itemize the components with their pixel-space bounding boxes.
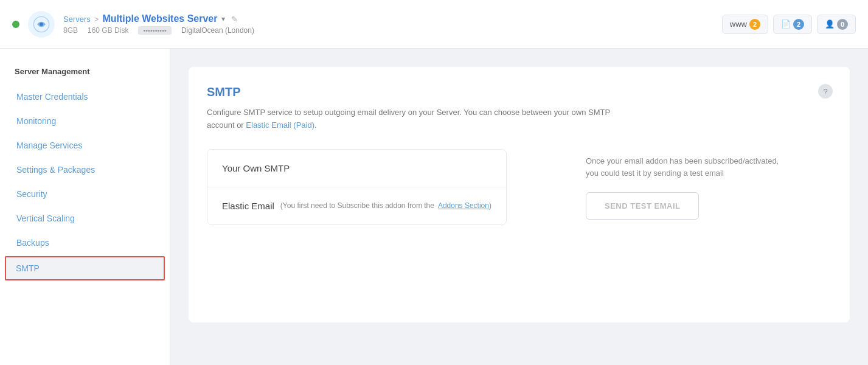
smtp-title: SMTP xyxy=(207,85,832,99)
svg-point-1 xyxy=(40,23,43,26)
server-ip: •••••••••• xyxy=(138,26,172,35)
sidebar-item-smtp[interactable]: SMTP xyxy=(5,256,165,280)
sidebar-item-master-credentials[interactable]: Master Credentials xyxy=(0,85,170,109)
elastic-email-option-note: (You first need to Subscribe this addon … xyxy=(280,201,491,210)
server-meta: 8GB 160 GB Disk •••••••••• DigitalOcean … xyxy=(63,26,722,35)
smtp-options-box: Your Own SMTP Elastic Email (You firs xyxy=(207,149,507,225)
layout: Server Management Master Credentials Mon… xyxy=(0,49,868,365)
sidebar-section-title: Server Management xyxy=(0,61,170,85)
server-disk: 160 GB Disk xyxy=(88,26,128,35)
help-icon[interactable]: ? xyxy=(818,84,833,99)
files-badge-button[interactable]: 📄 2 xyxy=(773,15,812,34)
elastic-email-link[interactable]: Elastic Email (Paid) xyxy=(246,120,314,130)
www-count-badge: 2 xyxy=(749,19,760,30)
smtp-option-your-own[interactable]: Your Own SMTP xyxy=(207,150,506,187)
sidebar-item-monitoring[interactable]: Monitoring xyxy=(0,109,170,133)
server-logo xyxy=(28,11,55,38)
sidebar-item-backups[interactable]: Backups xyxy=(0,231,170,255)
sidebar-item-security[interactable]: Security xyxy=(0,182,170,206)
servers-link[interactable]: Servers xyxy=(63,15,91,24)
test-email-section: Once your email addon has been subscribe… xyxy=(586,149,832,220)
files-count-badge: 2 xyxy=(793,19,804,30)
your-own-smtp-label: Your Own SMTP xyxy=(222,163,290,173)
addons-section-link[interactable]: Addons Section xyxy=(438,201,489,210)
server-status-dot xyxy=(12,21,19,28)
server-provider: DigitalOcean (London) xyxy=(181,26,254,35)
sidebar-item-vertical-scaling[interactable]: Vertical Scaling xyxy=(0,206,170,231)
test-email-description: Once your email addon has been subscribe… xyxy=(586,155,793,181)
content-card: ? SMTP Configure SMTP service to setup o… xyxy=(189,67,850,322)
send-test-email-button[interactable]: SEND TEST EMAIL xyxy=(586,192,700,220)
server-ram: 8GB xyxy=(63,26,78,35)
sidebar-item-manage-services[interactable]: Manage Services xyxy=(0,133,170,158)
topbar: Servers > Multiple Websites Server ▾ ✎ 8… xyxy=(0,0,868,49)
breadcrumb-separator: > xyxy=(94,15,99,24)
sidebar-item-settings-packages[interactable]: Settings & Packages xyxy=(0,158,170,182)
smtp-desc-text2: . xyxy=(314,120,317,130)
smtp-options-area: Your Own SMTP Elastic Email (You firs xyxy=(207,149,832,225)
server-info: Servers > Multiple Websites Server ▾ ✎ 8… xyxy=(63,13,722,35)
dropdown-icon[interactable]: ▾ xyxy=(221,15,225,23)
smtp-option-elastic-email[interactable]: Elastic Email (You first need to Subscri… xyxy=(207,187,506,224)
server-name: Multiple Websites Server xyxy=(102,13,217,24)
topbar-right: www 2 📄 2 👤 0 xyxy=(722,15,856,34)
smtp-description: Configure SMTP service to setup outgoing… xyxy=(207,106,633,132)
users-count-badge: 0 xyxy=(837,19,848,30)
files-icon: 📄 xyxy=(781,19,791,29)
www-label: www xyxy=(730,19,747,29)
users-badge-button[interactable]: 👤 0 xyxy=(817,15,856,34)
edit-icon[interactable]: ✎ xyxy=(231,15,238,24)
users-icon: 👤 xyxy=(825,19,835,29)
main-content: ? SMTP Configure SMTP service to setup o… xyxy=(170,49,868,365)
breadcrumb: Servers > Multiple Websites Server ▾ ✎ xyxy=(63,13,722,24)
sidebar: Server Management Master Credentials Mon… xyxy=(0,49,170,365)
www-badge-button[interactable]: www 2 xyxy=(722,15,768,34)
elastic-email-option-label: Elastic Email xyxy=(222,201,274,211)
